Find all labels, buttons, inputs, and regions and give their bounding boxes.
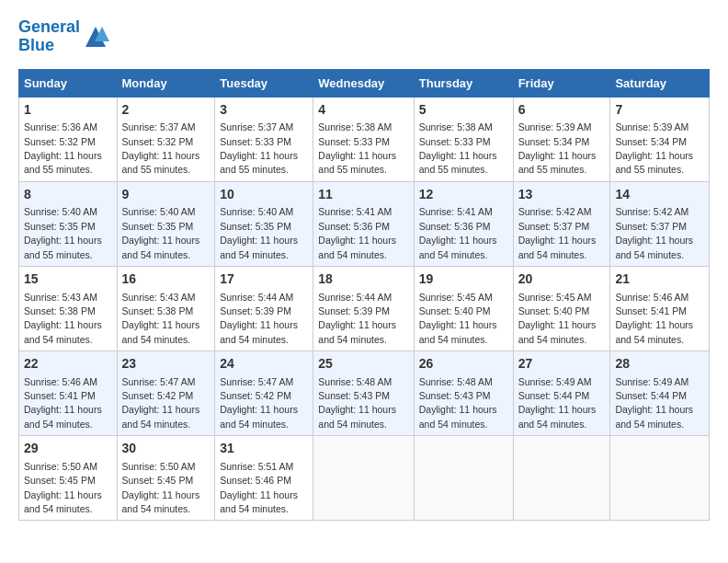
day-info: Sunrise: 5:46 AMSunset: 5:41 PMDaylight:… — [615, 292, 693, 345]
day-number: 5 — [419, 101, 508, 120]
day-info: Sunrise: 5:37 AMSunset: 5:33 PMDaylight:… — [220, 121, 298, 175]
day-cell: 31 Sunrise: 5:51 AMSunset: 5:46 PMDaylig… — [215, 436, 313, 521]
day-info: Sunrise: 5:48 AMSunset: 5:43 PMDaylight:… — [318, 376, 396, 430]
day-cell: 28 Sunrise: 5:49 AMSunset: 5:44 PMDaylig… — [610, 351, 710, 436]
logo-text: General Blue — [18, 18, 80, 55]
day-cell — [513, 436, 610, 521]
day-cell: 16 Sunrise: 5:43 AMSunset: 5:38 PMDaylig… — [117, 266, 215, 350]
day-cell: 3 Sunrise: 5:37 AMSunset: 5:33 PMDayligh… — [215, 97, 313, 181]
week-row: 22 Sunrise: 5:46 AMSunset: 5:41 PMDaylig… — [19, 351, 710, 436]
day-info: Sunrise: 5:44 AMSunset: 5:39 PMDaylight:… — [318, 292, 396, 345]
day-info: Sunrise: 5:39 AMSunset: 5:34 PMDaylight:… — [518, 121, 597, 175]
day-info: Sunrise: 5:51 AMSunset: 5:46 PMDaylight:… — [220, 461, 298, 514]
day-cell: 27 Sunrise: 5:49 AMSunset: 5:44 PMDaylig… — [513, 351, 610, 436]
day-cell: 9 Sunrise: 5:40 AMSunset: 5:35 PMDayligh… — [117, 181, 215, 266]
day-info: Sunrise: 5:48 AMSunset: 5:43 PMDaylight:… — [419, 376, 497, 430]
header-cell-saturday: Saturday — [610, 69, 710, 97]
header-cell-thursday: Thursday — [414, 69, 513, 97]
day-number: 15 — [24, 270, 112, 289]
calendar-table: SundayMondayTuesdayWednesdayThursdayFrid… — [18, 69, 710, 522]
day-cell: 29 Sunrise: 5:50 AMSunset: 5:45 PMDaylig… — [19, 436, 118, 521]
day-info: Sunrise: 5:46 AMSunset: 5:41 PMDaylight:… — [24, 376, 102, 430]
day-cell: 19 Sunrise: 5:45 AMSunset: 5:40 PMDaylig… — [414, 266, 513, 350]
day-cell: 15 Sunrise: 5:43 AMSunset: 5:38 PMDaylig… — [19, 266, 118, 350]
day-number: 25 — [318, 355, 408, 373]
day-number: 21 — [615, 270, 704, 289]
day-cell: 18 Sunrise: 5:44 AMSunset: 5:39 PMDaylig… — [313, 266, 414, 350]
day-number: 18 — [318, 270, 408, 289]
day-cell: 25 Sunrise: 5:48 AMSunset: 5:43 PMDaylig… — [313, 351, 414, 436]
day-info: Sunrise: 5:49 AMSunset: 5:44 PMDaylight:… — [615, 376, 693, 430]
day-info: Sunrise: 5:37 AMSunset: 5:32 PMDaylight:… — [122, 121, 200, 175]
day-number: 24 — [220, 355, 308, 373]
day-cell: 8 Sunrise: 5:40 AMSunset: 5:35 PMDayligh… — [19, 181, 118, 266]
day-number: 31 — [220, 440, 308, 458]
day-cell: 26 Sunrise: 5:48 AMSunset: 5:43 PMDaylig… — [414, 351, 513, 436]
day-number: 9 — [122, 186, 210, 204]
day-number: 7 — [615, 101, 704, 120]
day-info: Sunrise: 5:40 AMSunset: 5:35 PMDaylight:… — [220, 206, 298, 259]
day-info: Sunrise: 5:36 AMSunset: 5:32 PMDaylight:… — [24, 121, 102, 175]
day-cell: 24 Sunrise: 5:47 AMSunset: 5:42 PMDaylig… — [215, 351, 313, 436]
day-info: Sunrise: 5:44 AMSunset: 5:39 PMDaylight:… — [220, 292, 298, 345]
day-number: 26 — [419, 355, 508, 373]
day-info: Sunrise: 5:47 AMSunset: 5:42 PMDaylight:… — [122, 376, 200, 430]
day-info: Sunrise: 5:50 AMSunset: 5:45 PMDaylight:… — [24, 461, 102, 514]
day-info: Sunrise: 5:47 AMSunset: 5:42 PMDaylight:… — [220, 376, 298, 430]
day-cell: 5 Sunrise: 5:38 AMSunset: 5:33 PMDayligh… — [414, 97, 513, 181]
week-row: 29 Sunrise: 5:50 AMSunset: 5:45 PMDaylig… — [19, 436, 710, 521]
day-cell: 14 Sunrise: 5:42 AMSunset: 5:37 PMDaylig… — [610, 181, 710, 266]
day-number: 12 — [419, 186, 508, 204]
day-cell: 6 Sunrise: 5:39 AMSunset: 5:34 PMDayligh… — [513, 97, 610, 181]
day-cell: 20 Sunrise: 5:45 AMSunset: 5:40 PMDaylig… — [513, 266, 610, 350]
day-number: 30 — [122, 440, 210, 458]
header-row: SundayMondayTuesdayWednesdayThursdayFrid… — [19, 69, 710, 97]
day-number: 27 — [518, 355, 606, 373]
day-info: Sunrise: 5:40 AMSunset: 5:35 PMDaylight:… — [122, 206, 200, 259]
day-number: 19 — [419, 270, 508, 289]
week-row: 8 Sunrise: 5:40 AMSunset: 5:35 PMDayligh… — [19, 181, 710, 266]
header-cell-friday: Friday — [513, 69, 610, 97]
day-cell: 12 Sunrise: 5:41 AMSunset: 5:36 PMDaylig… — [414, 181, 513, 266]
day-cell: 11 Sunrise: 5:41 AMSunset: 5:36 PMDaylig… — [313, 181, 414, 266]
day-cell: 10 Sunrise: 5:40 AMSunset: 5:35 PMDaylig… — [215, 181, 313, 266]
day-number: 2 — [122, 101, 210, 120]
day-info: Sunrise: 5:45 AMSunset: 5:40 PMDaylight:… — [518, 292, 597, 345]
header-cell-wednesday: Wednesday — [313, 69, 414, 97]
day-cell: 22 Sunrise: 5:46 AMSunset: 5:41 PMDaylig… — [19, 351, 118, 436]
day-cell — [313, 436, 414, 521]
day-cell — [414, 436, 513, 521]
day-info: Sunrise: 5:43 AMSunset: 5:38 PMDaylight:… — [122, 292, 200, 345]
day-cell: 1 Sunrise: 5:36 AMSunset: 5:32 PMDayligh… — [19, 97, 118, 181]
day-info: Sunrise: 5:42 AMSunset: 5:37 PMDaylight:… — [518, 206, 597, 259]
day-number: 1 — [24, 101, 112, 120]
day-number: 8 — [24, 186, 112, 204]
day-number: 14 — [615, 186, 704, 204]
header-cell-sunday: Sunday — [19, 69, 118, 97]
day-number: 3 — [220, 101, 308, 120]
day-cell: 21 Sunrise: 5:46 AMSunset: 5:41 PMDaylig… — [610, 266, 710, 350]
page-container: General Blue SundayMondayTuesdayWednesda… — [18, 18, 710, 521]
day-info: Sunrise: 5:42 AMSunset: 5:37 PMDaylight:… — [615, 206, 693, 259]
day-number: 29 — [24, 440, 112, 458]
day-cell — [610, 436, 710, 521]
logo-icon — [82, 23, 109, 51]
day-info: Sunrise: 5:50 AMSunset: 5:45 PMDaylight:… — [122, 461, 200, 514]
day-info: Sunrise: 5:43 AMSunset: 5:38 PMDaylight:… — [24, 292, 102, 345]
logo: General Blue — [18, 18, 109, 55]
day-number: 6 — [518, 101, 606, 120]
day-number: 11 — [318, 186, 408, 204]
day-info: Sunrise: 5:39 AMSunset: 5:34 PMDaylight:… — [615, 121, 693, 175]
day-number: 4 — [318, 101, 408, 120]
day-info: Sunrise: 5:38 AMSunset: 5:33 PMDaylight:… — [318, 121, 396, 175]
day-number: 13 — [518, 186, 606, 204]
header-cell-monday: Monday — [117, 69, 215, 97]
day-cell: 17 Sunrise: 5:44 AMSunset: 5:39 PMDaylig… — [215, 266, 313, 350]
week-row: 15 Sunrise: 5:43 AMSunset: 5:38 PMDaylig… — [19, 266, 710, 350]
day-info: Sunrise: 5:41 AMSunset: 5:36 PMDaylight:… — [419, 206, 497, 259]
day-cell: 4 Sunrise: 5:38 AMSunset: 5:33 PMDayligh… — [313, 97, 414, 181]
day-info: Sunrise: 5:40 AMSunset: 5:35 PMDaylight:… — [24, 206, 102, 259]
day-number: 22 — [24, 355, 112, 373]
day-info: Sunrise: 5:38 AMSunset: 5:33 PMDaylight:… — [419, 121, 497, 175]
day-cell: 23 Sunrise: 5:47 AMSunset: 5:42 PMDaylig… — [117, 351, 215, 436]
